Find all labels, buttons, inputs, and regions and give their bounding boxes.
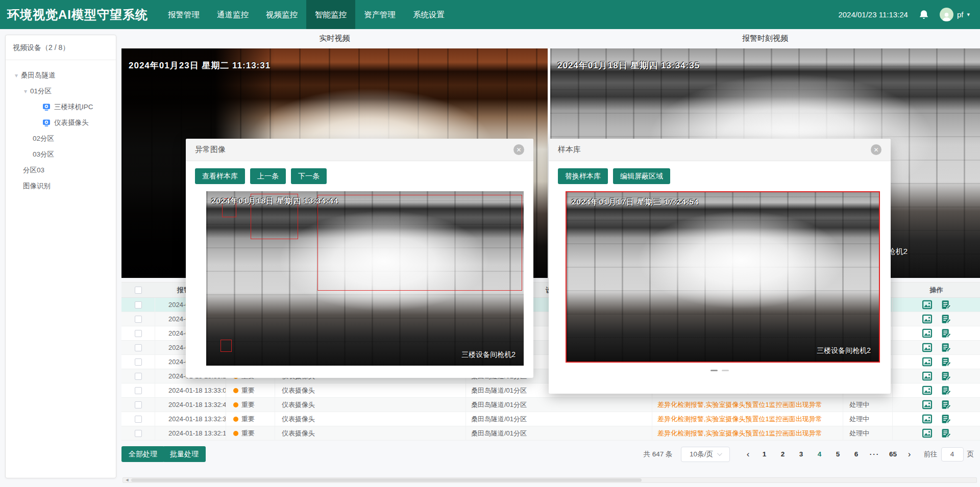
row-checkbox[interactable]	[135, 301, 142, 309]
edit-icon[interactable]	[941, 428, 951, 439]
goto-page-input[interactable]	[941, 447, 964, 462]
previous-item-button[interactable]: 上一条	[250, 168, 286, 184]
row-checkbox[interactable]	[135, 344, 142, 351]
table-row[interactable]: 2024-01-18 13:32:15 重要 仪表摄像头 桑田岛隧道/01分区 …	[121, 426, 980, 441]
tree-item-label: 分区03	[23, 166, 44, 175]
tree-item-三楼球机IPC[interactable]: 三楼球机IPC	[6, 99, 116, 115]
image-icon[interactable]	[922, 356, 933, 367]
replace-sample-button[interactable]: 替换样本库	[558, 168, 608, 184]
image-icon[interactable]	[922, 328, 933, 339]
table-row[interactable]: 2024-01-18 13:32:45 重要 仪表摄像头 桑田岛隧道/01分区 …	[121, 398, 980, 412]
image-icon[interactable]	[922, 428, 933, 439]
tree-item-图像识别[interactable]: 图像识别	[6, 178, 116, 194]
username-label: pf	[957, 10, 964, 19]
device-cell: 仪表摄像头	[275, 412, 466, 426]
page-number-5[interactable]: 5	[830, 450, 846, 458]
nav-item-系统设置[interactable]: 系统设置	[404, 0, 453, 29]
row-checkbox[interactable]	[135, 387, 142, 394]
col-header-operations: 操作	[893, 283, 980, 297]
page-number-3[interactable]: 3	[794, 450, 809, 458]
user-menu[interactable]: pf ▾	[940, 8, 970, 21]
image-icon[interactable]	[922, 371, 933, 381]
page-number-1[interactable]: 1	[757, 450, 772, 458]
row-checkbox[interactable]	[135, 330, 142, 337]
device-cell: 仪表摄像头	[275, 398, 466, 412]
carousel-dot[interactable]	[722, 370, 729, 371]
modal-toolbar: 查看样本库 上一条 下一条	[186, 161, 533, 184]
alarm-time-cell: 2024-01-18 13:33:00	[155, 383, 226, 397]
close-icon[interactable]: ✕	[871, 144, 881, 155]
edit-icon[interactable]	[941, 399, 951, 410]
edit-icon[interactable]	[941, 356, 951, 367]
abnormal-image-modal: 异常图像 ✕ 查看样本库 上一条 下一条 2024年01月18日 星期四 13:…	[186, 139, 533, 378]
operations-cell	[893, 312, 980, 326]
row-checkbox[interactable]	[135, 401, 142, 408]
alarm-message-cell: 差异化检测报警,实验室摄像头预置位1监控画面出现异常	[652, 398, 843, 412]
status-cell: 处理中	[843, 426, 893, 440]
image-icon[interactable]	[922, 299, 933, 310]
image-icon[interactable]	[922, 314, 933, 324]
scroll-left-arrow-icon[interactable]: ◄	[124, 478, 130, 482]
sample-osd-timestamp: 2024年01月17日 星期三 17:24:54	[572, 197, 699, 207]
status-cell: 处理中	[843, 398, 893, 412]
bell-icon[interactable]	[918, 9, 929, 20]
tree-item-03分区[interactable]: 03分区	[6, 146, 116, 162]
tree-expand-caret-icon[interactable]: ▾	[24, 88, 27, 95]
alarm-time-cell: 2024-01-18 13:32:45	[155, 398, 226, 412]
page-size-select[interactable]: 10条/页	[681, 447, 730, 462]
prev-page-button[interactable]: ‹	[741, 449, 755, 459]
tree-item-label: 桑田岛隧道	[21, 71, 56, 80]
tree-item-分区03[interactable]: 分区03	[6, 162, 116, 178]
table-row[interactable]: 2024-01-18 13:32:30 重要 仪表摄像头 桑田岛隧道/01分区 …	[121, 412, 980, 426]
nav-item-智能监控[interactable]: 智能监控	[306, 0, 355, 29]
row-checkbox[interactable]	[135, 316, 142, 323]
image-icon[interactable]	[922, 342, 933, 353]
page-number-65[interactable]: 65	[886, 450, 901, 458]
horizontal-scrollbar[interactable]: ◄	[122, 477, 977, 483]
detection-box	[220, 340, 232, 352]
edit-icon[interactable]	[941, 371, 951, 381]
person-icon	[941, 11, 952, 21]
operations-cell	[893, 298, 980, 312]
edit-mask-area-button[interactable]: 编辑屏蔽区域	[613, 168, 670, 184]
edit-icon[interactable]	[941, 414, 951, 424]
edit-icon[interactable]	[941, 385, 951, 396]
sample-carousel-dots	[549, 370, 891, 371]
edit-icon[interactable]	[941, 342, 951, 353]
tree-item-02分区[interactable]: 02分区	[6, 131, 116, 146]
view-sample-library-button[interactable]: 查看样本库	[195, 168, 245, 184]
row-checkbox[interactable]	[135, 430, 142, 437]
image-icon[interactable]	[922, 385, 933, 396]
tree-item-label: 仪表摄像头	[54, 118, 89, 127]
image-icon[interactable]	[922, 414, 933, 424]
close-icon[interactable]: ✕	[513, 144, 524, 155]
scrollbar-thumb[interactable]	[131, 478, 642, 482]
carousel-dot[interactable]	[710, 370, 718, 371]
page-number-4[interactable]: 4	[812, 450, 827, 458]
process-all-button[interactable]: 全部处理	[121, 446, 164, 462]
tree-item-仪表摄像头[interactable]: 仪表摄像头	[6, 115, 116, 131]
tree-item-01分区[interactable]: ▾01分区	[6, 83, 116, 99]
edit-icon[interactable]	[941, 314, 951, 324]
page-number-6[interactable]: 6	[849, 450, 864, 458]
tree-expand-caret-icon[interactable]: ▾	[15, 72, 18, 79]
alarm-message-cell: 差异化检测报警,实验室摄像头预置位1监控画面出现异常	[652, 412, 843, 426]
page-number-2[interactable]: 2	[775, 450, 791, 458]
page-ellipsis[interactable]: ···	[867, 450, 883, 458]
row-checkbox[interactable]	[135, 416, 142, 423]
image-icon[interactable]	[922, 399, 933, 410]
edit-icon[interactable]	[941, 299, 951, 310]
nav-item-视频监控[interactable]: 视频监控	[257, 0, 306, 29]
batch-process-button[interactable]: 批量处理	[163, 446, 206, 462]
select-all-checkbox[interactable]	[135, 287, 142, 294]
severity-dot-icon	[233, 402, 238, 407]
next-item-button[interactable]: 下一条	[291, 168, 327, 184]
next-page-button[interactable]: ›	[902, 449, 917, 459]
nav-item-报警管理[interactable]: 报警管理	[159, 0, 208, 29]
row-checkbox[interactable]	[135, 373, 142, 380]
tree-item-桑田岛隧道[interactable]: ▾桑田岛隧道	[6, 67, 116, 83]
edit-icon[interactable]	[941, 328, 951, 339]
nav-item-通道监控[interactable]: 通道监控	[208, 0, 257, 29]
row-checkbox[interactable]	[135, 358, 142, 366]
nav-item-资产管理[interactable]: 资产管理	[355, 0, 404, 29]
